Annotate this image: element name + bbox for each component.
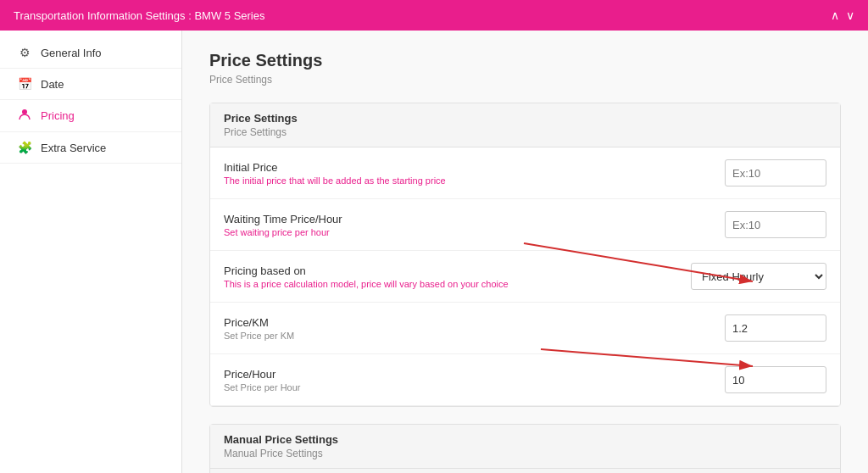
collapse-up-icon[interactable]: ∧ <box>831 8 839 22</box>
calendar-icon: 📅 <box>17 77 32 91</box>
price-hour-input[interactable] <box>725 366 826 393</box>
waiting-time-label: Waiting Time Price/Hour <box>224 213 725 225</box>
waiting-time-hint: Set waiting price per hour <box>224 227 725 237</box>
sidebar-item-pricing[interactable]: Pricing <box>0 100 181 132</box>
col-start-location: Start Location * <box>210 469 392 473</box>
table-header: Start Location * End Location * Price * … <box>210 469 840 473</box>
svg-point-0 <box>22 109 27 114</box>
sidebar-item-date[interactable]: 📅 Date <box>0 69 181 100</box>
sidebar-item-label: Extra Service <box>41 142 106 154</box>
price-hour-row: Price/Hour Set Price per Hour <box>210 354 840 406</box>
price-settings-header-sub: Price Settings <box>224 126 826 138</box>
price-settings-card: Price Settings Price Settings Initial Pr… <box>209 103 841 407</box>
page-title: Price Settings <box>209 51 841 70</box>
sidebar-item-label: Date <box>41 78 64 91</box>
col-end-location: End Location * <box>392 469 573 473</box>
puzzle-icon: 🧩 <box>17 141 32 154</box>
manual-price-header-sub: Manual Price Settings <box>224 448 826 459</box>
breadcrumb: Price Settings <box>209 74 841 86</box>
pricing-based-on-label: Pricing based on <box>224 264 691 277</box>
top-header: Transportation Information Settings : BM… <box>0 0 868 31</box>
gear-icon: ⚙ <box>17 46 32 59</box>
sidebar-item-extra-service[interactable]: 🧩 Extra Service <box>0 132 181 164</box>
initial-price-input[interactable] <box>725 159 826 186</box>
initial-price-hint: The initial price that will be added as … <box>224 175 725 186</box>
price-km-input[interactable] <box>725 314 826 342</box>
manual-price-card: Manual Price Settings Manual Price Setti… <box>209 424 841 473</box>
manual-price-header-title: Manual Price Settings <box>224 433 826 446</box>
sidebar: ⚙ General Info 📅 Date Pricing 🧩 Extra Se… <box>0 31 182 473</box>
header-title: Transportation Information Settings : BM… <box>14 9 264 22</box>
initial-price-label: Initial Price <box>224 161 725 174</box>
price-km-label: Price/KM <box>224 316 725 329</box>
pricing-icon <box>17 109 32 123</box>
initial-price-row: Initial Price The initial price that wil… <box>210 147 840 199</box>
sidebar-item-general-info[interactable]: ⚙ General Info <box>0 37 181 69</box>
col-action: Action <box>755 469 840 473</box>
pricing-based-on-row: Pricing based on This is a price calcula… <box>210 251 840 303</box>
price-settings-header-title: Price Settings <box>224 112 826 125</box>
sidebar-item-label: Pricing <box>41 109 75 122</box>
main-content: Price Settings Price Settings Price Sett… <box>182 31 868 473</box>
price-hour-hint: Set Price per Hour <box>224 382 725 392</box>
price-hour-label: Price/Hour <box>224 368 725 381</box>
waiting-time-row: Waiting Time Price/Hour Set waiting pric… <box>210 199 840 251</box>
waiting-time-input[interactable] <box>725 211 826 238</box>
pricing-based-on-hint: This is a price calculation model, price… <box>224 279 691 289</box>
header-controls[interactable]: ∧ ∨ <box>831 8 854 22</box>
price-km-row: Price/KM Set Price per KM <box>210 303 840 354</box>
pricing-based-on-select[interactable]: Fixed Hourly Fixed KM Per KM Per Hour <box>691 263 826 290</box>
price-km-hint: Set Price per KM <box>224 331 725 341</box>
price-settings-header: Price Settings Price Settings <box>210 103 840 147</box>
sidebar-item-label: General Info <box>41 47 102 59</box>
col-price: Price * <box>574 469 755 473</box>
manual-price-header: Manual Price Settings Manual Price Setti… <box>210 425 840 469</box>
collapse-down-icon[interactable]: ∨ <box>846 8 854 22</box>
